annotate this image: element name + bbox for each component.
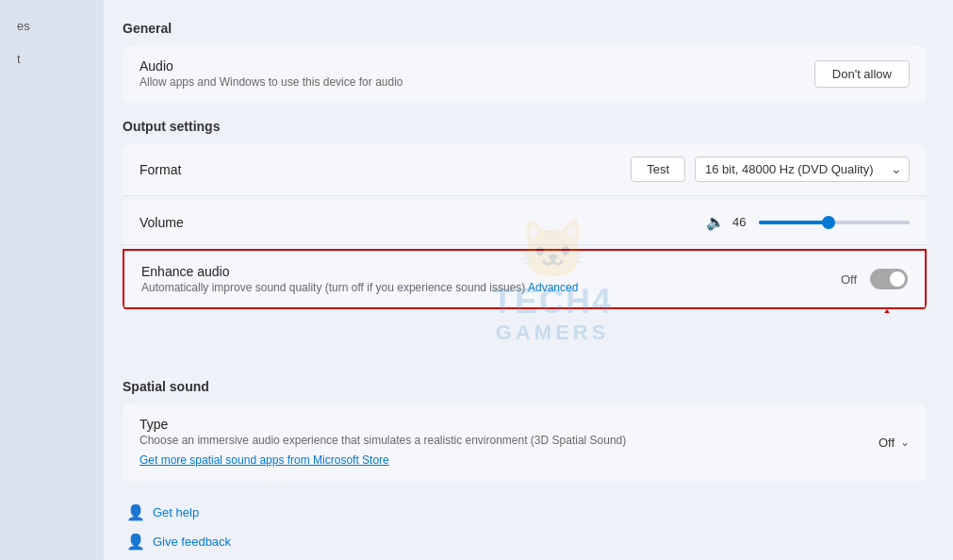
volume-value: 46 xyxy=(732,215,751,229)
volume-slider-track[interactable] xyxy=(759,221,910,224)
output-settings-section-group: Format Test 16 bit, 48000 Hz (DVD Qualit… xyxy=(123,143,927,313)
general-section-group: Audio Allow apps and Windows to use this… xyxy=(123,45,927,106)
general-title: General xyxy=(123,21,927,36)
format-dropdown[interactable]: 16 bit, 48000 Hz (DVD Quality) 16 bit, 4… xyxy=(695,156,910,182)
enhance-audio-wrapper: Enhance audio Automatically improve soun… xyxy=(123,249,927,309)
give-feedback-icon: 👤 xyxy=(126,533,145,551)
enhance-audio-info: Enhance audio Automatically improve soun… xyxy=(141,264,578,294)
type-info: Type Choose an immersive audio experienc… xyxy=(140,417,626,468)
format-dropdown-wrapper: 16 bit, 48000 Hz (DVD Quality) 16 bit, 4… xyxy=(695,156,910,182)
type-label: Type xyxy=(140,417,626,432)
type-chevron-icon[interactable]: ⌄ xyxy=(900,436,910,449)
volume-slider-fill xyxy=(759,221,829,224)
get-help-link[interactable]: 👤 Get help xyxy=(126,498,923,527)
give-feedback-link[interactable]: 👤 Give feedback xyxy=(126,527,923,556)
enhance-audio-card: Enhance audio Automatically improve soun… xyxy=(123,249,927,309)
volume-label: Volume xyxy=(140,215,184,230)
sidebar-item-es[interactable]: es xyxy=(6,11,98,41)
type-card: Type Choose an immersive audio experienc… xyxy=(123,404,927,481)
help-section: 👤 Get help 👤 Give feedback xyxy=(123,498,927,556)
format-card: Format Test 16 bit, 48000 Hz (DVD Qualit… xyxy=(123,143,927,196)
spatial-sound-title: Spatial sound xyxy=(123,379,927,394)
volume-icon: 🔈 xyxy=(706,213,725,231)
volume-slider-thumb xyxy=(822,216,835,229)
store-link[interactable]: Get more spatial sound apps from Microso… xyxy=(140,453,389,467)
format-label: Format xyxy=(140,162,181,177)
red-arrow-indicator xyxy=(866,309,908,313)
enhance-toggle-label: Off xyxy=(841,272,857,287)
audio-label: Audio xyxy=(140,58,403,74)
type-description: Choose an immersive audio experience tha… xyxy=(140,434,626,447)
enhance-audio-toggle[interactable] xyxy=(870,269,908,289)
dont-allow-button[interactable]: Don't allow xyxy=(814,60,910,88)
test-button[interactable]: Test xyxy=(631,156,685,182)
output-settings-title: Output settings xyxy=(123,119,927,134)
audio-description: Allow apps and Windows to use this devic… xyxy=(140,75,403,89)
sidebar-item-t[interactable]: t xyxy=(6,44,98,74)
audio-card: Audio Allow apps and Windows to use this… xyxy=(123,45,927,102)
get-help-icon: 👤 xyxy=(126,503,145,521)
spatial-sound-section-group: Type Choose an immersive audio experienc… xyxy=(123,404,927,485)
type-value: Off xyxy=(879,436,895,450)
audio-info: Audio Allow apps and Windows to use this… xyxy=(140,58,403,89)
volume-card: Volume 🔈 46 xyxy=(123,200,927,245)
enhance-audio-description: Automatically improve sound quality (tur… xyxy=(141,281,578,294)
enhance-audio-label: Enhance audio xyxy=(141,264,578,279)
advanced-link[interactable]: Advanced xyxy=(528,281,578,294)
main-content: 🐱 TECH4 GAMERS General Audio Allow apps … xyxy=(104,0,953,560)
arrow-head xyxy=(866,309,908,313)
